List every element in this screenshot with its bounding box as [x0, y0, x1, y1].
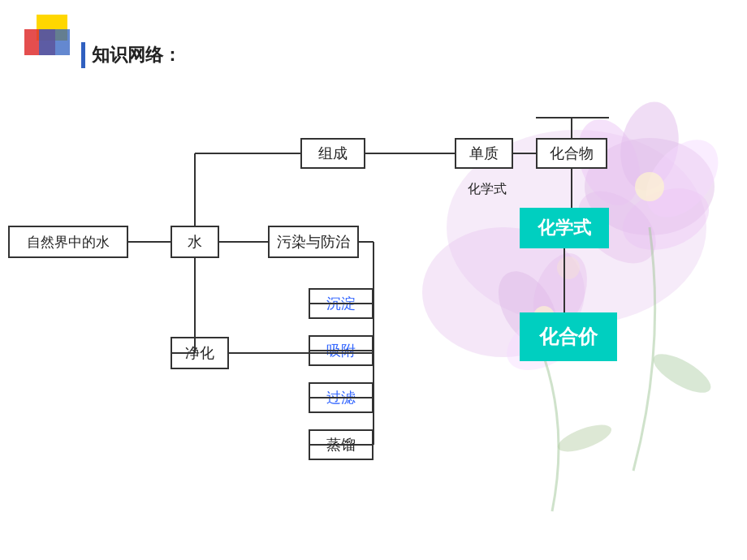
- node-composition: 组成: [300, 138, 365, 169]
- title-accent-line: [81, 42, 85, 68]
- node-pollution: 污染与防治: [268, 226, 359, 258]
- page-title: 知识网络：: [92, 43, 181, 67]
- node-water: 水: [171, 226, 219, 258]
- logo-blue-square: [39, 29, 70, 55]
- node-compound: 化合物: [536, 138, 607, 169]
- node-purify: 净化: [171, 337, 229, 369]
- node-adsorb: 吸附: [309, 335, 374, 366]
- logo-decoration: [24, 15, 81, 63]
- node-pure-substance: 单质: [455, 138, 513, 169]
- node-nature-water: 自然界中的水: [8, 226, 128, 258]
- page-title-bar: 知识网络：: [81, 42, 181, 68]
- node-sediment: 沉淀: [309, 288, 374, 319]
- node-chem-formula: 化学式: [520, 208, 609, 248]
- node-distill: 蒸馏: [309, 429, 374, 460]
- node-valence: 化合价: [520, 312, 617, 361]
- node-chem-form-small: 化学式: [455, 177, 520, 201]
- node-filter: 过滤: [309, 382, 374, 413]
- knowledge-diagram: 自然界中的水 水 组成 单质 化合物 化学式 污染与防治 化学式 净化 沉淀 吸…: [0, 0, 747, 560]
